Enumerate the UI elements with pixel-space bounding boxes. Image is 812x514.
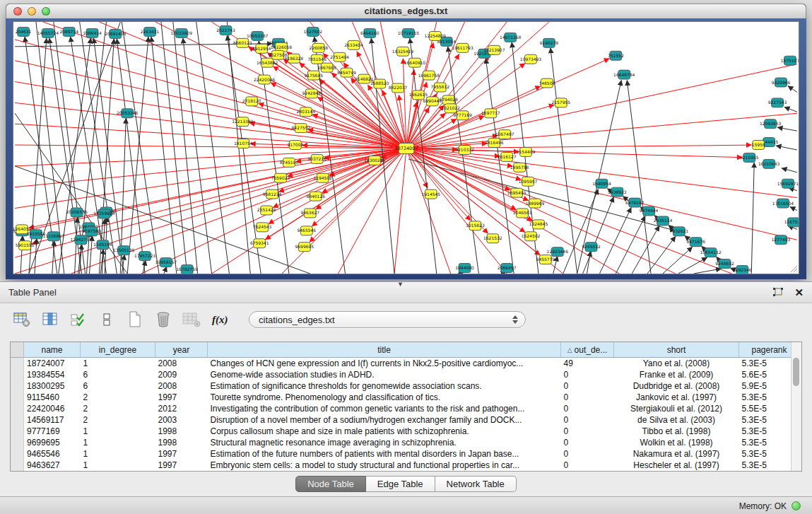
table-cell[interactable]: Yano et al. (2008) — [614, 358, 739, 370]
table-cell[interactable]: 2 — [81, 392, 155, 403]
table-cell[interactable]: 18724007 — [24, 358, 81, 370]
network-node[interactable]: 1154409 — [517, 148, 536, 157]
table-cell[interactable]: 49 — [561, 358, 614, 370]
network-node[interactable]: 22420046 — [254, 75, 276, 84]
column-header-out_de[interactable]: △out_de... — [561, 342, 614, 358]
table-cell[interactable]: 9777169 — [24, 426, 81, 437]
network-node[interactable]: 2633404 — [344, 40, 363, 49]
float-panel-icon[interactable] — [772, 287, 784, 298]
network-node[interactable]: 9227343 — [768, 98, 787, 107]
table-cell[interactable]: Corpus callosum shape and size in male p… — [208, 426, 561, 437]
table-cell[interactable]: Tourette syndrome. Phenomenology and cla… — [208, 392, 561, 403]
column-header-in_degree[interactable]: in_degree — [81, 342, 155, 358]
table-cell[interactable]: de Silva et al. (2003) — [614, 414, 739, 426]
table-cell[interactable]: 6 — [81, 369, 155, 380]
network-node[interactable]: 9465546 — [298, 226, 317, 235]
network-node[interactable]: 1889969 — [526, 199, 545, 208]
table-cell[interactable]: 2 — [81, 414, 155, 426]
network-node[interactable]: 16033809 — [171, 28, 193, 37]
network-node[interactable]: 9455779 — [536, 255, 555, 264]
network-node[interactable]: 9190278 — [540, 38, 559, 47]
table-cell[interactable]: 9699695 — [24, 437, 81, 448]
row-options-icon[interactable] — [98, 310, 116, 329]
network-node[interactable]: 18325419 — [392, 47, 414, 56]
network-node[interactable]: 14671368 — [500, 33, 522, 42]
table-cell[interactable]: 0 — [561, 437, 614, 448]
table-cell[interactable]: Changes of HCN gene expression and I(f) … — [208, 358, 561, 370]
table-cell[interactable]: Wolkin et al. (1998) — [614, 437, 739, 448]
table-cell[interactable]: 22420046 — [24, 403, 81, 414]
table-cell[interactable]: 2003 — [155, 414, 208, 426]
network-node[interactable]: 12213399 — [232, 117, 254, 127]
table-cell[interactable]: Stergiakouli et al. (2012) — [614, 403, 739, 414]
column-header-name[interactable]: name — [24, 342, 81, 358]
network-node[interactable]: 1697717 — [481, 109, 500, 118]
table-cell[interactable]: 1 — [81, 358, 155, 370]
table-cell[interactable]: Genome-wide association studies in ADHD. — [208, 369, 561, 380]
network-node[interactable]: 8215955 — [740, 153, 759, 162]
table-settings-icon[interactable] — [13, 310, 31, 329]
network-node[interactable]: 9242848 — [302, 89, 321, 98]
network-node[interactable]: 9463627 — [301, 209, 320, 218]
tab-edge-table[interactable]: Edge Table — [366, 476, 435, 492]
table-cell[interactable]: Dudbridge et al. (2008) — [614, 380, 739, 392]
network-node[interactable]: 9197588 — [82, 227, 101, 236]
network-node[interactable]: 1046583 — [513, 209, 532, 218]
network-node[interactable]: 16640910 — [404, 58, 426, 67]
network-node[interactable]: 1994080 — [455, 264, 474, 273]
network-node[interactable]: 9037216 — [307, 154, 326, 163]
network-node[interactable]: 20691406 — [105, 29, 126, 38]
table-cell[interactable]: 1998 — [155, 426, 208, 437]
network-node[interactable]: 2263431 — [141, 27, 160, 36]
network-node[interactable]: 2803144 — [297, 107, 316, 117]
network-node[interactable]: 5938923 — [608, 187, 627, 197]
network-node[interactable]: 917004 — [288, 141, 304, 150]
network-node[interactable]: 16782759 — [177, 265, 199, 274]
network-node[interactable]: 13505135 — [113, 246, 135, 255]
select-rows-icon[interactable] — [69, 310, 88, 329]
network-node[interactable]: 1575107 — [781, 56, 799, 65]
network-node[interactable]: 19611793 — [452, 43, 473, 52]
minimize-window-button[interactable] — [28, 7, 36, 16]
network-node[interactable]: 8840126 — [306, 192, 325, 201]
table-cell[interactable]: 18300295 — [24, 380, 81, 392]
table-cell[interactable]: 0 — [561, 380, 614, 392]
network-node[interactable]: 10653287 — [247, 31, 269, 40]
table-cell[interactable]: Jankovic et al. (1997) — [614, 392, 739, 403]
network-node[interactable]: 17957223 — [134, 252, 156, 261]
network-node[interactable]: 1194502 — [313, 173, 332, 182]
table-cell[interactable]: Estimation of the future numbers of pati… — [208, 448, 561, 460]
network-node[interactable]: 2021743 — [216, 25, 235, 35]
table-cell[interactable]: 9463627 — [24, 460, 81, 471]
network-node[interactable]: 1640954 — [592, 179, 611, 188]
table-cell[interactable]: 14569117 — [24, 414, 81, 426]
table-cell[interactable]: 1 — [81, 460, 155, 471]
table-cell[interactable]: 19384554 — [24, 369, 81, 380]
table-cell[interactable]: 1 — [81, 426, 155, 437]
column-header-short[interactable]: short — [614, 342, 739, 358]
network-node[interactable]: 9699695 — [295, 243, 314, 252]
table-cell[interactable]: 9465546 — [24, 448, 81, 460]
close-window-button[interactable] — [13, 7, 22, 16]
network-node[interactable]: 12093853 — [760, 119, 782, 129]
table-cell[interactable]: Franke et al. (2009) — [614, 369, 739, 380]
network-node[interactable]: 5901555 — [16, 241, 35, 250]
network-node[interactable]: 748508 — [539, 78, 555, 88]
table-cell[interactable]: Hescheler et al. (1997) — [614, 460, 739, 471]
resize-grip-icon[interactable] — [789, 264, 798, 273]
column-header-year[interactable]: year — [155, 342, 208, 358]
network-node[interactable]: 2260858 — [309, 43, 328, 52]
table-cell[interactable]: 2008 — [155, 380, 208, 392]
network-node[interactable]: 17016504 — [772, 199, 794, 208]
network-node[interactable]: 1621532 — [483, 234, 502, 243]
network-node[interactable]: 1095957 — [519, 177, 538, 186]
memory-status-indicator[interactable] — [792, 501, 801, 510]
table-cell[interactable]: 2009 — [155, 369, 208, 380]
network-node[interactable]: 2867608 — [317, 63, 336, 72]
network-node[interactable]: 2751404 — [330, 52, 349, 62]
network-node[interactable]: 1816496 — [485, 139, 504, 148]
network-node[interactable]: 1895758 — [510, 163, 529, 172]
scrollbar-thumb[interactable] — [793, 358, 799, 386]
splitter-handle-icon[interactable]: ▼ — [397, 281, 404, 288]
network-node[interactable]: 1292346 — [733, 266, 752, 274]
